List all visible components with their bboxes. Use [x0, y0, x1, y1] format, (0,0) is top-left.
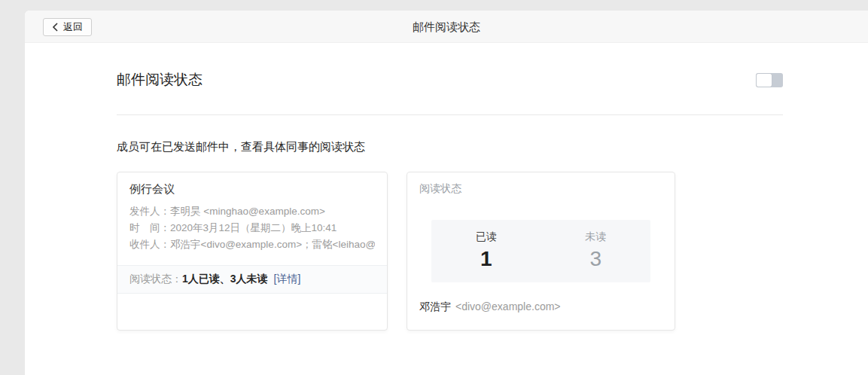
stat-read: 已读 1 — [431, 230, 541, 282]
toggle-knob — [757, 74, 772, 87]
stat-read-count: 1 — [431, 247, 541, 271]
read-status-toggle[interactable] — [756, 73, 783, 87]
mail-time-line: 时 间：2020年3月12日（星期二）晚上10:41 — [129, 220, 375, 236]
stat-unread: 未读 3 — [541, 230, 651, 282]
read-status-value: 1人已读、3人未读 — [182, 273, 268, 285]
content-area: 邮件阅读状态 成员可在已发送邮件中，查看具体同事的阅读状态 例行会议 发件人：李… — [25, 70, 868, 331]
mail-sender-line: 发件人：李明昊 <minghao@example.com> — [129, 203, 375, 220]
stat-unread-label: 未读 — [541, 230, 651, 244]
settings-heading: 邮件阅读状态 — [117, 70, 203, 90]
cards-row: 例行会议 发件人：李明昊 <minghao@example.com> 时 间：2… — [117, 172, 783, 331]
section-divider — [117, 114, 783, 115]
reader-email: <divo@example.com> — [455, 300, 561, 312]
time-value: 2020年3月12日（星期二）晚上10:41 — [170, 222, 337, 233]
page-title: 邮件阅读状态 — [25, 11, 868, 43]
read-status-card: 阅读状态 已读 1 未读 3 邓浩宇<divo@example.com> — [407, 172, 675, 331]
stat-read-label: 已读 — [431, 230, 541, 244]
title-bar: 返回 邮件阅读状态 — [25, 11, 868, 43]
detail-link[interactable]: [详情] — [274, 273, 301, 285]
recipients-label: 收件人： — [129, 239, 170, 250]
read-status-row: 阅读状态：1人已读、3人未读[详情] — [117, 265, 387, 294]
read-card-title: 阅读状态 — [419, 182, 662, 196]
stat-unread-count: 3 — [541, 247, 651, 271]
mail-card-body: 例行会议 发件人：李明昊 <minghao@example.com> 时 间：2… — [117, 172, 387, 265]
stats-panel: 已读 1 未读 3 — [431, 220, 650, 282]
sender-label: 发件人： — [129, 206, 170, 217]
mail-subject: 例行会议 — [129, 182, 375, 197]
sender-value: 李明昊 <minghao@example.com> — [170, 206, 325, 217]
mail-preview-card: 例行会议 发件人：李明昊 <minghao@example.com> 时 间：2… — [117, 172, 388, 331]
reader-row: 邓浩宇<divo@example.com> — [419, 300, 662, 314]
mail-recipients-line: 收件人：邓浩宇<divo@example.com>；雷铭<leihao@e… — [129, 236, 375, 253]
time-label: 时 间： — [129, 222, 170, 233]
read-status-label: 阅读状态： — [129, 273, 182, 285]
recipients-value: 邓浩宇<divo@example.com>；雷铭<leihao@e… — [170, 239, 375, 250]
settings-heading-row: 邮件阅读状态 — [117, 70, 783, 90]
main-panel: 返回 邮件阅读状态 邮件阅读状态 成员可在已发送邮件中，查看具体同事的阅读状态 … — [25, 11, 868, 375]
reader-name: 邓浩宇 — [419, 300, 451, 312]
settings-description: 成员可在已发送邮件中，查看具体同事的阅读状态 — [117, 140, 783, 154]
